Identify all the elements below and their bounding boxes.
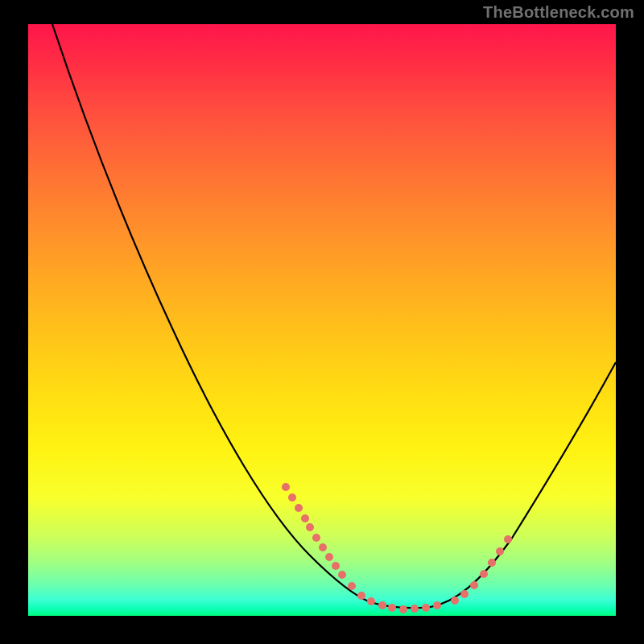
svg-point-20 xyxy=(460,590,469,598)
svg-point-19 xyxy=(451,597,459,605)
svg-point-1 xyxy=(288,493,296,502)
svg-point-14 xyxy=(388,604,396,612)
curve-svg xyxy=(28,24,616,616)
svg-point-8 xyxy=(332,562,340,570)
svg-point-22 xyxy=(480,570,488,578)
svg-point-12 xyxy=(367,597,375,605)
svg-point-24 xyxy=(496,547,504,555)
svg-point-17 xyxy=(422,604,430,612)
plot-area xyxy=(28,24,616,616)
svg-point-3 xyxy=(301,514,309,522)
svg-point-7 xyxy=(325,553,333,561)
svg-point-23 xyxy=(488,559,496,567)
svg-point-11 xyxy=(357,592,365,600)
svg-point-2 xyxy=(295,504,303,512)
svg-point-6 xyxy=(319,543,327,551)
svg-point-9 xyxy=(338,571,346,579)
svg-point-21 xyxy=(470,581,478,589)
svg-point-15 xyxy=(399,605,407,613)
svg-point-13 xyxy=(378,601,386,609)
watermark-text: TheBottleneck.com xyxy=(483,3,634,22)
svg-point-25 xyxy=(504,535,512,543)
dots-bottom xyxy=(357,592,441,613)
curve-right xyxy=(431,362,616,607)
svg-point-16 xyxy=(411,605,419,613)
curve-left xyxy=(52,24,370,602)
svg-point-10 xyxy=(348,582,356,590)
svg-point-18 xyxy=(433,601,441,609)
svg-point-5 xyxy=(312,534,320,542)
svg-point-4 xyxy=(306,523,314,531)
svg-point-0 xyxy=(282,483,290,491)
